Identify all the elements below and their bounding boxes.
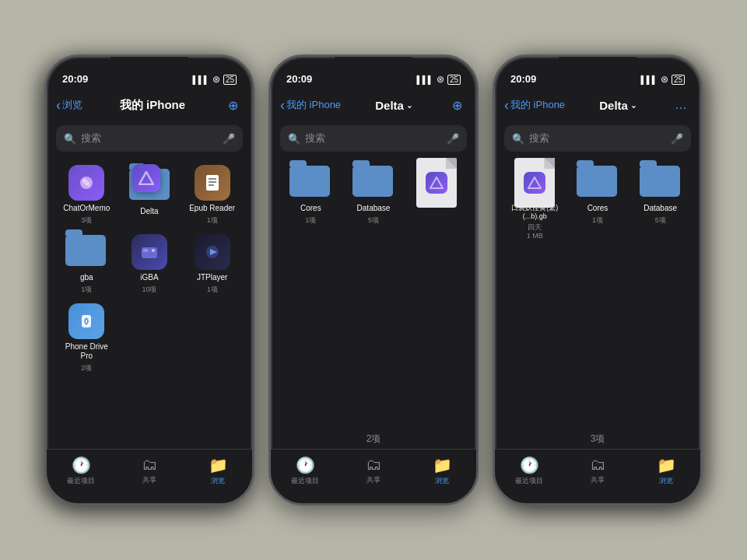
file-icon-chatormemo: ✎ — [65, 164, 108, 201]
tab-shared-1[interactable]: 🗂 共享 — [115, 456, 184, 485]
battery-icon-3: 25 — [672, 75, 685, 85]
app-phonedrive — [68, 303, 104, 339]
file-name-gba: gba — [80, 273, 93, 282]
file-icon-database-3 — [639, 164, 682, 201]
folder-database-3 — [640, 166, 680, 197]
tab-browse-icon-3: 📁 — [657, 456, 676, 474]
wifi-icon-2: ⊛ — [437, 74, 444, 85]
file-count-gba: 1项 — [81, 285, 92, 295]
phone-1: 20:09 ▌▌▌ ⊛ 25 浏览 我的 iPhone ⊕ 🔍 搜索 🎤 ✎ — [44, 54, 254, 506]
tab-shared-icon-2: 🗂 — [366, 456, 381, 474]
search-bar-3[interactable]: 🔍 搜索 🎤 — [504, 125, 691, 152]
search-placeholder-1: 搜索 — [81, 131, 218, 145]
file-jtplayer[interactable]: JTPlayer 1项 — [183, 233, 241, 295]
nav-bar-3: 我的 iPhone Delta ⌄ … — [495, 88, 700, 122]
file-database-2[interactable]: Database 5项 — [345, 164, 403, 226]
app-igba — [132, 234, 167, 270]
tab-recent-1[interactable]: 🕐 最近项目 — [47, 456, 115, 486]
file-icon-epub — [191, 164, 234, 201]
file-igba[interactable]: iGBA 10项 — [121, 233, 179, 295]
tab-shared-2[interactable]: 🗂 共享 — [339, 456, 408, 485]
file-name-jtplayer: JTPlayer — [197, 273, 227, 282]
file-name-delta: Delta — [140, 207, 158, 216]
nav-bar-1: 浏览 我的 iPhone ⊕ — [47, 88, 252, 122]
nav-action-2[interactable]: ⊕ — [447, 95, 467, 115]
nav-back-2[interactable]: 我的 iPhone — [280, 98, 341, 112]
tab-shared-label-1: 共享 — [142, 475, 156, 485]
file-meta-pokemon-3: 四天1 MB — [527, 223, 543, 241]
app-epub — [195, 165, 230, 201]
files-grid-2: Cores 1项 Database 5项 — [282, 164, 465, 226]
tab-shared-3[interactable]: 🗂 共享 — [563, 456, 632, 485]
file-pokemon-3[interactable]: 口袋妖怪黄(繁)(...b).gb 四天1 MB — [506, 164, 564, 241]
file-delta-folder[interactable]: Delta — [121, 164, 179, 226]
file-count-phonedrive: 2项 — [81, 363, 92, 373]
nav-action-3[interactable]: … — [671, 95, 691, 115]
bottom-count-2: 2项 — [271, 429, 476, 449]
nav-back-3[interactable]: 我的 iPhone — [504, 98, 565, 112]
tab-bar-3: 🕐 最近项目 🗂 共享 📁 浏览 — [495, 449, 700, 503]
file-name-igba: iGBA — [140, 273, 158, 282]
file-icon-pokemon-3 — [513, 164, 556, 201]
file-cores-3[interactable]: Cores 1项 — [569, 164, 627, 241]
files-area-1: ✎ ChatOrMemo 3项 Delta — [47, 158, 252, 449]
file-icon-cores-3 — [576, 164, 619, 201]
file-epub[interactable]: Epub Reader 1项 — [183, 164, 241, 226]
folder-gba — [65, 235, 106, 266]
svg-rect-4 — [209, 178, 216, 180]
nav-back-1[interactable]: 浏览 — [56, 98, 82, 112]
files-area-3: 口袋妖怪黄(繁)(...b).gb 四天1 MB Cores 1项 — [495, 158, 700, 429]
status-icons-3: ▌▌▌ ⊛ 25 — [641, 74, 685, 85]
search-bar-1[interactable]: 🔍 搜索 🎤 — [56, 125, 243, 152]
file-database-3[interactable]: Database 5项 — [631, 164, 689, 241]
tab-recent-2[interactable]: 🕐 最近项目 — [271, 456, 339, 486]
status-bar-3: 20:09 ▌▌▌ ⊛ 25 — [495, 57, 700, 88]
file-count-chatormemo: 3项 — [81, 215, 92, 226]
file-name-epub: Epub Reader — [189, 204, 235, 213]
search-placeholder-2: 搜索 — [305, 131, 442, 145]
tab-recent-3[interactable]: 🕐 最近项目 — [495, 456, 563, 486]
file-chatormemo[interactable]: ✎ ChatOrMemo 3项 — [58, 164, 116, 226]
tab-bar-1: 🕐 最近项目 🗂 共享 📁 浏览 — [47, 449, 252, 503]
svg-marker-14 — [528, 177, 541, 188]
tab-browse-icon-2: 📁 — [433, 456, 452, 474]
file-delta-badge-2 — [426, 172, 447, 194]
nav-title-dropdown-2[interactable]: Delta ⌄ — [345, 99, 442, 112]
search-bar-2[interactable]: 🔍 搜索 🎤 — [280, 125, 467, 152]
file-phonedrive[interactable]: Phone Drive Pro 2项 — [58, 303, 116, 373]
mic-icon-1: 🎤 — [223, 133, 235, 145]
tab-recent-icon-3: 🕐 — [520, 456, 539, 474]
svg-rect-12 — [82, 315, 91, 327]
files-area-2: Cores 1项 Database 5项 — [271, 158, 476, 429]
status-bar-2: 20:09 ▌▌▌ ⊛ 25 — [271, 57, 476, 88]
signal-icon-2: ▌▌▌ — [417, 75, 433, 84]
large-file-3 — [514, 158, 555, 208]
folder-database-2 — [352, 166, 393, 197]
phone-2: 20:09 ▌▌▌ ⊛ 25 我的 iPhone Delta ⌄ ⊕ 🔍 搜索 … — [268, 54, 479, 506]
tab-bar-2: 🕐 最近项目 🗂 共享 📁 浏览 — [271, 449, 476, 503]
nav-title-dropdown-3[interactable]: Delta ⌄ — [570, 99, 666, 112]
file-icon-delta-folder — [126, 164, 173, 205]
nav-action-1[interactable]: ⊕ — [223, 95, 243, 115]
tab-browse-1[interactable]: 📁 浏览 — [184, 456, 252, 486]
battery-icon-2: 25 — [447, 75, 461, 85]
status-icons-2: ▌▌▌ ⊛ 25 — [417, 74, 461, 85]
tab-shared-icon-1: 🗂 — [142, 456, 157, 474]
file-delta-gb-2[interactable] — [407, 164, 465, 226]
tab-browse-3[interactable]: 📁 浏览 — [632, 456, 700, 486]
tab-shared-label-3: 共享 — [591, 475, 605, 485]
tab-recent-icon-1: 🕐 — [72, 456, 91, 474]
file-count-database-2: 5项 — [368, 215, 379, 226]
file-gba[interactable]: gba 1项 — [58, 233, 116, 295]
file-name-chatormemo: ChatOrMemo — [63, 204, 110, 213]
file-cores-2[interactable]: Cores 1项 — [282, 164, 340, 226]
file-icon-database-2 — [352, 164, 395, 201]
tab-browse-2[interactable]: 📁 浏览 — [408, 456, 476, 486]
app-chatormemo: ✎ — [68, 165, 104, 201]
search-icon-3: 🔍 — [512, 133, 524, 145]
file-name-cores-3: Cores — [587, 204, 608, 213]
svg-point-9 — [152, 249, 155, 252]
file-count-cores-2: 1项 — [305, 215, 316, 226]
tab-shared-icon-3: 🗂 — [590, 456, 605, 474]
svg-rect-8 — [143, 249, 148, 252]
